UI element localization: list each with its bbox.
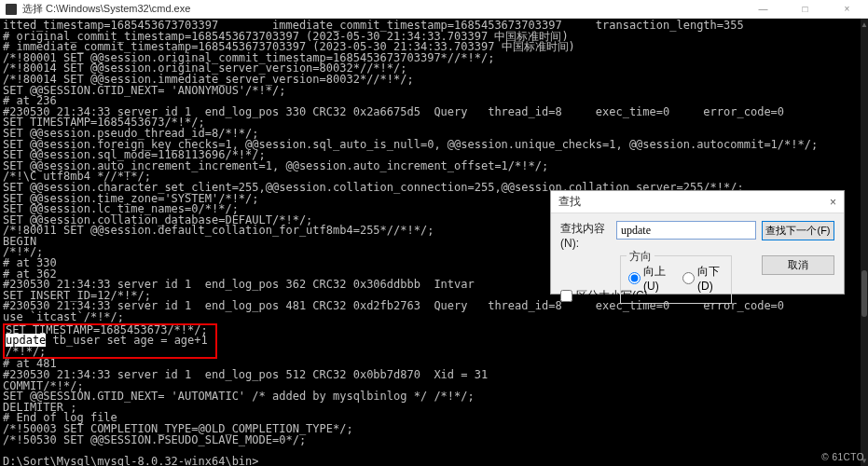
dialog-close-button[interactable]: × — [830, 196, 836, 209]
maximize-button[interactable]: □ — [784, 0, 826, 18]
scroll-up-icon[interactable]: ▲ — [861, 19, 868, 30]
radio-up[interactable]: 向上(U) — [628, 264, 669, 293]
window-titlebar: 选择 C:\Windows\System32\cmd.exe — □ × — [0, 0, 868, 19]
cmd-icon — [6, 4, 17, 15]
dialog-title: 查找 — [558, 194, 830, 210]
find-dialog: 查找 × 查找内容(N): 查找下一个(F) 方向 向上(U) 向下(D) 取消… — [550, 190, 845, 295]
radio-down-input[interactable] — [682, 272, 695, 284]
scrollbar-thumb[interactable] — [861, 270, 867, 317]
match-case-checkbox[interactable] — [560, 290, 572, 302]
window-controls: — □ × — [742, 0, 868, 18]
dialog-titlebar[interactable]: 查找 × — [551, 191, 844, 213]
radio-up-input[interactable] — [628, 272, 641, 284]
window-title: 选择 C:\Windows\System32\cmd.exe — [22, 2, 742, 16]
watermark: © 61CTO — [821, 452, 864, 462]
direction-fieldset: 方向 向上(U) 向下(D) — [620, 255, 732, 304]
direction-legend: 方向 — [627, 249, 654, 265]
find-input[interactable] — [616, 221, 756, 240]
cancel-button[interactable]: 取消 — [762, 255, 834, 275]
dialog-body: 查找内容(N): 查找下一个(F) 方向 向上(U) 向下(D) 取消 区分大小… — [551, 213, 844, 311]
find-next-button[interactable]: 查找下一个(F) — [762, 221, 834, 240]
minimize-button[interactable]: — — [742, 0, 784, 18]
radio-up-label: 向上(U) — [643, 264, 669, 293]
terminal-scrollbar[interactable]: ▲ ▼ — [861, 19, 868, 466]
find-label: 查找内容(N): — [560, 221, 611, 250]
close-button[interactable]: × — [826, 0, 868, 18]
radio-down-label: 向下(D) — [697, 264, 723, 293]
radio-down[interactable]: 向下(D) — [682, 264, 723, 293]
